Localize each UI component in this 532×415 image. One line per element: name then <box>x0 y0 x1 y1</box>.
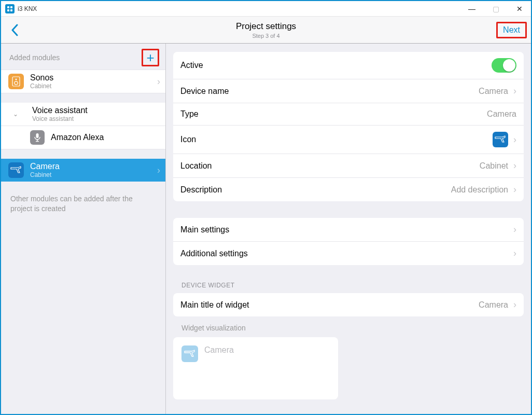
sidebar-note: Other modules can be added after the pro… <box>1 182 165 226</box>
property-value: Add description <box>451 185 508 195</box>
svg-rect-0 <box>7 6 9 8</box>
next-button[interactable]: Next <box>496 22 527 38</box>
svg-point-5 <box>16 79 17 80</box>
module-item-camera[interactable]: Camera Cabinet › <box>1 159 165 182</box>
group-subtitle: Voice assistant <box>32 115 160 122</box>
svg-rect-1 <box>10 6 12 8</box>
widget-viz-label: Widget visualization <box>173 324 524 337</box>
chevron-down-icon: ⌄ <box>5 110 26 118</box>
page-title: Project settings <box>1 21 531 32</box>
active-toggle[interactable] <box>492 58 516 73</box>
property-active[interactable]: Active <box>173 52 524 79</box>
app-icon <box>5 4 15 13</box>
property-location[interactable]: Location Cabinet › <box>173 154 524 178</box>
additional-settings-row[interactable]: Additional settings › <box>173 242 524 265</box>
chevron-right-icon: › <box>157 165 160 176</box>
row-label: Additional settings <box>180 249 248 258</box>
sidebar-header: Added modules <box>9 53 60 62</box>
property-label: Description <box>180 185 222 195</box>
page-header: Project settings Step 3 of 4 Next <box>1 17 531 44</box>
module-subtitle: Cabinet <box>30 82 157 90</box>
properties-card: Active Device name Camera › Type Camera … <box>173 52 524 201</box>
widget-preview: Camera <box>173 337 338 399</box>
property-device-name[interactable]: Device name Camera › <box>173 79 524 103</box>
sidebar: Added modules + Sonos Cabinet › ⌄ Voice <box>1 44 166 414</box>
property-label: Device name <box>180 87 229 96</box>
svg-rect-2 <box>7 9 9 11</box>
add-module-button[interactable]: + <box>142 49 159 66</box>
module-item-alexa[interactable]: Amazon Alexa <box>1 126 165 149</box>
property-value: Camera <box>479 87 508 96</box>
chevron-right-icon: › <box>513 184 516 195</box>
titlebar: i3 KNX — ▢ ✕ <box>1 1 531 17</box>
nested-item-label: Amazon Alexa <box>51 133 104 142</box>
row-label: Main settings <box>180 225 229 234</box>
window-title: i3 KNX <box>18 5 37 12</box>
chevron-right-icon: › <box>513 134 516 145</box>
row-value: Camera <box>479 300 508 310</box>
svg-rect-3 <box>10 9 12 11</box>
property-label: Active <box>180 61 203 70</box>
module-title: Sonos <box>30 73 157 82</box>
svg-rect-7 <box>36 133 39 138</box>
group-title: Voice assistant <box>32 106 160 115</box>
back-button[interactable] <box>4 20 25 40</box>
settings-card: Main settings › Additional settings › <box>173 218 524 265</box>
camera-icon <box>493 132 508 147</box>
module-title: Camera <box>30 162 157 171</box>
module-item-sonos[interactable]: Sonos Cabinet › <box>1 70 165 93</box>
minimize-button[interactable]: — <box>465 5 479 13</box>
module-group-voice[interactable]: ⌄ Voice assistant Voice assistant <box>1 103 165 126</box>
plus-icon: + <box>146 51 154 64</box>
property-label: Icon <box>180 135 196 144</box>
chevron-right-icon: › <box>513 248 516 259</box>
maximize-button[interactable]: ▢ <box>488 5 503 13</box>
widget-title-card: Main title of widget Camera › <box>173 293 524 316</box>
widget-main-title-row[interactable]: Main title of widget Camera › <box>173 293 524 316</box>
property-value: Camera <box>487 109 516 119</box>
close-button[interactable]: ✕ <box>512 5 527 13</box>
property-value: Cabinet <box>480 161 508 171</box>
sonos-icon <box>8 74 24 89</box>
chevron-right-icon: › <box>513 224 516 235</box>
property-type: Type Camera <box>173 103 524 126</box>
widget-preview-title: Camera <box>204 345 234 355</box>
camera-icon <box>181 345 198 362</box>
detail-panel: Active Device name Camera › Type Camera … <box>166 44 531 414</box>
step-indicator: Step 3 of 4 <box>1 33 531 39</box>
section-label: DEVICE WIDGET <box>173 282 524 293</box>
module-subtitle: Cabinet <box>30 171 157 178</box>
chevron-right-icon: › <box>513 86 516 96</box>
chevron-right-icon: › <box>513 160 516 171</box>
property-description[interactable]: Description Add description › <box>173 178 524 201</box>
property-icon[interactable]: Icon › <box>173 126 524 154</box>
svg-point-6 <box>15 81 18 85</box>
chevron-right-icon: › <box>513 299 516 310</box>
chevron-right-icon: › <box>157 76 160 87</box>
property-label: Location <box>180 161 212 171</box>
property-label: Type <box>180 109 199 119</box>
main-settings-row[interactable]: Main settings › <box>173 218 524 242</box>
camera-icon <box>8 162 24 178</box>
microphone-icon <box>30 130 45 145</box>
row-label: Main title of widget <box>180 300 249 310</box>
